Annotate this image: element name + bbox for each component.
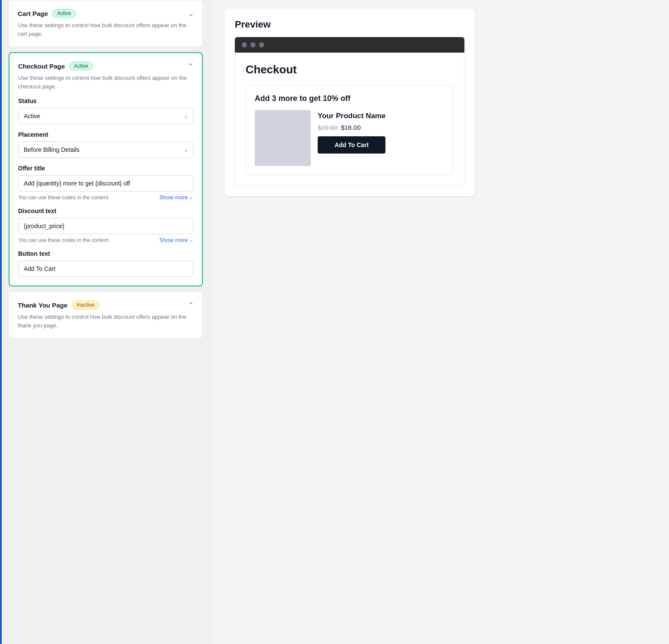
thank-you-page-title: Thank You Page xyxy=(18,302,67,309)
product-name: Your Product Name xyxy=(318,112,385,120)
cart-active-badge: Active xyxy=(52,9,76,18)
checkout-card-description: Use these settings to control how bulk d… xyxy=(18,74,193,91)
button-text-label: Button text xyxy=(18,250,193,257)
offer-show-more-button[interactable]: Show more ⌄ xyxy=(159,194,193,201)
offer-title-input[interactable] xyxy=(18,175,193,192)
cart-page-title: Cart Page xyxy=(18,10,48,17)
offer-headline: Add 3 more to get 10% off xyxy=(255,94,445,103)
checkout-title-row: Checkout Page Active xyxy=(18,62,93,70)
discount-helper-row: You can use these codes in the content. … xyxy=(18,237,193,243)
cart-card-description: Use these settings to control how bulk d… xyxy=(18,21,194,38)
placement-select-wrapper: Before Billing Details After Billing Det… xyxy=(18,141,193,158)
thank-you-card-description: Use these settings to control how bulk d… xyxy=(18,313,194,330)
discount-show-more-button[interactable]: Show more ⌄ xyxy=(159,237,193,243)
cart-page-card: Cart Page Active ⌄ Use these settings to… xyxy=(9,0,203,47)
price-row: $20.00 $16.00 xyxy=(318,124,385,131)
cart-card-header: Cart Page Active ⌄ xyxy=(18,9,194,18)
checkout-heading: Checkout xyxy=(246,63,454,76)
discount-text-input[interactable] xyxy=(18,218,193,234)
discount-helper-text: You can use these codes in the content. xyxy=(18,237,110,243)
placement-label: Placement xyxy=(18,131,193,138)
offer-card: Add 3 more to get 10% off Your Product N… xyxy=(246,85,454,175)
offer-title-label: Offer title xyxy=(18,165,193,172)
checkout-chevron-icon[interactable]: ⌃ xyxy=(188,62,193,70)
offer-helper-text: You can use these codes in the content. xyxy=(18,195,110,201)
product-image xyxy=(255,110,311,166)
status-select[interactable]: Active Inactive xyxy=(18,108,193,124)
browser-dot-1 xyxy=(242,42,247,47)
status-select-wrapper: Active Inactive ⌄ xyxy=(18,108,193,124)
thank-you-page-card: Thank You Page Inactive ⌃ Use these sett… xyxy=(9,292,203,339)
discount-text-label: Discount text xyxy=(18,207,193,214)
right-panel: Preview Checkout Add 3 more to get 10% o… xyxy=(211,0,669,644)
browser-bar xyxy=(235,37,464,53)
offer-show-more-chevron-icon: ⌄ xyxy=(189,195,193,200)
status-label: Status xyxy=(18,97,193,104)
left-panel: Cart Page Active ⌄ Use these settings to… xyxy=(0,0,211,644)
offer-helper-row: You can use these codes in the content. … xyxy=(18,194,193,201)
cart-chevron-icon[interactable]: ⌄ xyxy=(188,9,194,18)
checkout-active-badge: Active xyxy=(69,62,93,70)
thank-you-title-row: Thank You Page Inactive xyxy=(18,301,99,309)
browser-dot-2 xyxy=(250,42,256,47)
discount-show-more-label: Show more xyxy=(159,237,188,243)
thank-you-chevron-icon[interactable]: ⌃ xyxy=(188,301,194,309)
placement-select[interactable]: Before Billing Details After Billing Det… xyxy=(18,141,193,158)
preview-title: Preview xyxy=(235,19,464,30)
offer-show-more-label: Show more xyxy=(159,194,188,201)
preview-container: Preview Checkout Add 3 more to get 10% o… xyxy=(224,9,475,196)
checkout-page-card: Checkout Page Active ⌃ Use these setting… xyxy=(9,52,203,286)
accent-bar xyxy=(0,0,2,644)
product-info: Your Product Name $20.00 $16.00 Add To C… xyxy=(318,110,385,154)
checkout-card-header: Checkout Page Active ⌃ xyxy=(18,62,193,70)
checkout-preview: Checkout Add 3 more to get 10% off Your … xyxy=(235,53,464,186)
price-discounted: $16.00 xyxy=(341,124,361,131)
discount-show-more-chevron-icon: ⌄ xyxy=(189,237,193,243)
cart-title-row: Cart Page Active xyxy=(18,9,76,18)
product-row: Your Product Name $20.00 $16.00 Add To C… xyxy=(255,110,445,166)
thank-you-inactive-badge: Inactive xyxy=(72,301,99,309)
browser-dot-3 xyxy=(259,42,264,47)
thank-you-card-header: Thank You Page Inactive ⌃ xyxy=(18,301,194,309)
add-to-cart-button[interactable]: Add To Cart xyxy=(318,136,385,154)
checkout-page-title: Checkout Page xyxy=(18,63,65,70)
button-text-input[interactable] xyxy=(18,261,193,277)
price-original: $20.00 xyxy=(318,124,338,131)
